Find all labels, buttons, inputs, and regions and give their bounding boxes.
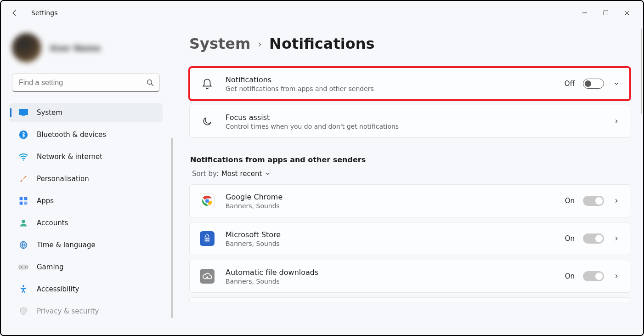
chevron-right-icon: [613, 235, 620, 242]
navigate-button[interactable]: [612, 117, 621, 125]
accessibility-icon: [18, 284, 28, 294]
svg-rect-28: [208, 240, 209, 241]
app-name: Automatic file downloads: [226, 268, 565, 277]
sort-value: Most recent: [221, 170, 262, 178]
breadcrumb-root[interactable]: System: [189, 35, 250, 52]
globe-icon: [18, 240, 28, 250]
titlebar: Settings: [1, 1, 643, 25]
app-toggle[interactable]: [583, 233, 604, 244]
close-icon: [624, 10, 630, 16]
profile-name: User Name: [50, 43, 101, 53]
card-focus-assist[interactable]: Focus assist Control times when you do a…: [189, 105, 630, 138]
svg-point-9: [23, 159, 24, 161]
app-row-chrome[interactable]: Google Chrome Banners, Sounds On: [189, 184, 630, 217]
card-subtitle: Control times when you do and don't get …: [226, 123, 612, 130]
window-controls: [574, 5, 638, 21]
display-icon: [18, 108, 28, 118]
card-notifications[interactable]: Notifications Get notifications from app…: [189, 67, 630, 100]
app-detail: Banners, Sounds: [226, 278, 565, 285]
main-content: System › Notifications Notifications Get…: [171, 25, 643, 335]
back-button[interactable]: [6, 5, 23, 21]
svg-rect-10: [20, 197, 23, 200]
svg-rect-26: [208, 238, 209, 239]
sidebar-item-gaming[interactable]: Gaming: [9, 257, 163, 277]
sort-dropdown[interactable]: Sort by: Most recent: [192, 170, 630, 178]
sidebar-item-personalisation[interactable]: Personalisation: [9, 169, 163, 188]
app-name: Google Chrome: [226, 193, 565, 201]
sidebar-item-time-language[interactable]: Time & language: [9, 235, 163, 255]
person-icon: [18, 218, 28, 228]
svg-point-14: [22, 220, 25, 223]
card-subtitle: Get notifications from apps and other se…: [226, 85, 565, 92]
svg-point-18: [25, 267, 26, 268]
profile-block[interactable]: User Name: [9, 29, 163, 74]
chevron-right-icon: [613, 273, 620, 279]
breadcrumb: System › Notifications: [189, 35, 630, 52]
sidebar-item-accessibility[interactable]: Accessibility: [9, 279, 163, 299]
minimize-button[interactable]: [574, 5, 595, 21]
sidebar-item-privacy[interactable]: Privacy & security: [9, 302, 163, 321]
store-icon: [199, 231, 215, 246]
sidebar: User Name System Bluetooth & devices Net…: [1, 25, 171, 335]
apps-icon: [18, 196, 28, 206]
main-scrollbar[interactable]: [641, 28, 642, 114]
navigate-button[interactable]: [612, 234, 621, 243]
svg-rect-7: [22, 115, 25, 116]
sidebar-item-label: Apps: [37, 197, 54, 205]
shield-icon: [18, 306, 28, 316]
nav-list: System Bluetooth & devices Network & int…: [9, 103, 163, 321]
sidebar-item-label: Gaming: [37, 263, 64, 271]
app-detail: Banners, Sounds: [226, 202, 565, 210]
chevron-right-icon: ›: [258, 38, 262, 50]
navigate-button[interactable]: [612, 197, 621, 205]
sidebar-item-label: Bluetooth & devices: [37, 131, 106, 139]
toggle-state-label: On: [565, 272, 575, 280]
chevron-down-icon: [265, 171, 271, 177]
sidebar-item-label: Time & language: [37, 241, 96, 249]
notifications-toggle[interactable]: [583, 79, 604, 89]
avatar: [12, 33, 41, 63]
expand-button[interactable]: [612, 80, 621, 88]
arrow-left-icon: [11, 9, 19, 17]
svg-rect-13: [24, 202, 28, 205]
maximize-icon: [603, 10, 609, 16]
sidebar-item-label: Network & internet: [37, 153, 102, 161]
app-name: Microsoft Store: [226, 230, 565, 239]
app-row-downloads[interactable]: Automatic file downloads Banners, Sounds…: [189, 260, 630, 293]
app-detail: Banners, Sounds: [226, 240, 565, 247]
maximize-button[interactable]: [595, 5, 616, 21]
toggle-state-label: Off: [565, 80, 575, 88]
chevron-right-icon: [613, 118, 620, 125]
app-toggle[interactable]: [583, 271, 604, 281]
brush-icon: [18, 174, 28, 184]
section-heading: Notifications from apps and other sender…: [190, 155, 630, 164]
svg-rect-16: [19, 265, 28, 269]
app-title: Settings: [31, 9, 57, 17]
app-toggle[interactable]: [583, 196, 604, 206]
svg-point-17: [21, 267, 22, 268]
sidebar-item-network[interactable]: Network & internet: [9, 147, 163, 166]
moon-icon: [199, 116, 215, 127]
svg-rect-6: [19, 109, 28, 115]
search-input[interactable]: [12, 74, 160, 92]
svg-point-19: [23, 285, 24, 287]
sidebar-item-bluetooth[interactable]: Bluetooth & devices: [9, 125, 163, 144]
close-button[interactable]: [616, 5, 638, 21]
sidebar-item-accounts[interactable]: Accounts: [9, 213, 163, 233]
cloud-download-icon: [199, 269, 215, 284]
svg-rect-25: [206, 238, 207, 239]
chevron-down-icon: [613, 80, 620, 87]
svg-rect-12: [20, 202, 23, 205]
bluetooth-icon: [18, 130, 28, 140]
sidebar-item-label: Accounts: [37, 219, 68, 227]
navigate-button[interactable]: [612, 272, 621, 280]
svg-line-5: [151, 84, 153, 86]
sidebar-item-apps[interactable]: Apps: [9, 191, 163, 211]
card-title: Notifications: [226, 75, 565, 84]
sidebar-item-system[interactable]: System: [9, 103, 163, 122]
chevron-right-icon: [613, 198, 620, 204]
toggle-state-label: On: [565, 234, 575, 243]
app-row-store[interactable]: Microsoft Store Banners, Sounds On: [189, 222, 630, 255]
bell-icon: [199, 78, 215, 90]
svg-rect-11: [24, 197, 28, 200]
